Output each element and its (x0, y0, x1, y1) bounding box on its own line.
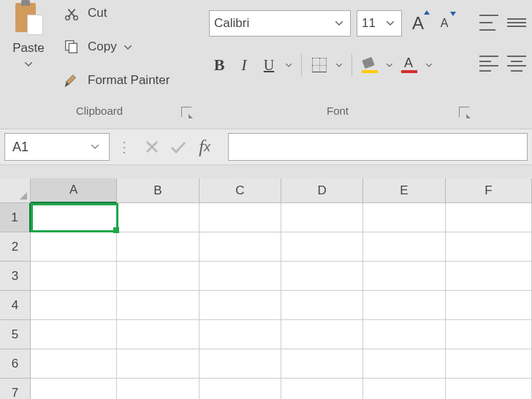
cell[interactable] (281, 379, 363, 399)
cell[interactable] (200, 379, 281, 399)
cell[interactable] (363, 379, 445, 399)
cell[interactable] (200, 203, 281, 232)
cell[interactable] (31, 232, 117, 262)
insert-function-button[interactable]: fx (191, 134, 218, 160)
row-header[interactable]: 3 (0, 262, 31, 291)
border-dropdown[interactable] (334, 54, 344, 76)
align-top-button[interactable] (479, 15, 498, 31)
cell[interactable] (200, 262, 281, 291)
column-header[interactable]: E (363, 178, 445, 203)
fill-color-button[interactable] (360, 54, 380, 76)
increase-font-size-button[interactable]: A (408, 13, 428, 34)
paste-button[interactable]: Paste (7, 0, 50, 99)
decrease-font-size-button[interactable]: A (434, 13, 455, 34)
font-size-select[interactable]: 11 (357, 10, 402, 37)
font-color-dropdown[interactable] (424, 54, 434, 76)
cell[interactable] (31, 262, 117, 291)
font-dialog-launcher[interactable] (459, 107, 469, 117)
font-name-value: Calibri (214, 16, 249, 31)
cell[interactable] (446, 262, 532, 291)
column-header[interactable]: B (117, 178, 199, 203)
font-name-select[interactable]: Calibri (209, 10, 351, 37)
cell[interactable] (363, 203, 445, 232)
font-color-button[interactable]: A (399, 54, 419, 76)
row-header[interactable]: 5 (0, 320, 31, 349)
cell[interactable] (281, 291, 363, 320)
column-header[interactable]: D (281, 178, 363, 203)
cell[interactable] (281, 349, 363, 379)
cell[interactable] (446, 291, 532, 320)
alignment-group (476, 0, 532, 123)
align-left-button[interactable] (479, 56, 498, 72)
cell[interactable] (117, 232, 199, 262)
enter-formula-button[interactable] (165, 134, 191, 160)
row-header[interactable]: 4 (0, 291, 31, 320)
row-header[interactable]: 7 (0, 379, 31, 399)
cell[interactable] (446, 379, 532, 399)
cell[interactable] (281, 320, 363, 349)
format-painter-button[interactable]: Format Painter (61, 70, 170, 91)
cell[interactable] (200, 320, 281, 349)
fill-color-dropdown[interactable] (384, 54, 395, 76)
format-painter-label: Format Painter (88, 73, 170, 88)
chevron-down-icon (384, 21, 397, 26)
column-header[interactable]: C (200, 178, 281, 203)
cell[interactable] (446, 349, 532, 379)
select-all-corner[interactable] (0, 178, 31, 203)
cell[interactable] (363, 349, 445, 379)
row-header[interactable]: 6 (0, 349, 31, 379)
cell[interactable] (281, 232, 363, 262)
copy-icon (61, 37, 82, 57)
cancel-formula-button[interactable] (139, 134, 165, 160)
cell[interactable] (200, 291, 281, 320)
cell[interactable] (446, 320, 532, 349)
formula-input[interactable] (228, 133, 528, 161)
italic-button[interactable]: I (234, 54, 254, 76)
formula-bar: A1 ⋮ fx (0, 129, 532, 165)
cell[interactable] (363, 320, 445, 349)
row-header[interactable]: 2 (0, 232, 31, 262)
underline-dropdown[interactable] (284, 54, 294, 76)
font-group-label: Font (199, 104, 476, 117)
clipboard-dialog-launcher[interactable] (181, 107, 191, 117)
column-header[interactable]: F (446, 178, 532, 203)
cell[interactable] (31, 320, 117, 349)
paste-dropdown[interactable] (7, 60, 50, 68)
column-header[interactable]: A (31, 178, 117, 203)
cell[interactable] (281, 203, 363, 232)
selected-cell[interactable] (31, 203, 118, 232)
cell[interactable] (200, 349, 281, 379)
copy-button[interactable]: Copy (61, 37, 132, 57)
cell[interactable] (363, 232, 445, 262)
cell[interactable] (200, 232, 281, 262)
cell[interactable] (117, 262, 199, 291)
font-size-value: 11 (362, 16, 376, 31)
cut-button[interactable]: Cut (61, 3, 107, 23)
cell[interactable] (363, 291, 445, 320)
underline-button[interactable]: U (259, 54, 279, 76)
cell[interactable] (31, 349, 117, 379)
paint-bucket-icon (362, 57, 378, 73)
cell[interactable] (281, 262, 363, 291)
cell[interactable] (31, 379, 117, 399)
bold-button[interactable]: B (209, 54, 229, 76)
cells-area[interactable] (31, 203, 532, 399)
cell[interactable] (446, 232, 532, 262)
clipboard-group: Paste Cut Copy Format Painter (0, 0, 199, 123)
align-middle-button[interactable] (507, 15, 526, 31)
cell[interactable] (117, 349, 199, 379)
align-center-button[interactable] (507, 56, 526, 72)
copy-dropdown[interactable] (124, 43, 132, 51)
cell[interactable] (117, 320, 199, 349)
cell[interactable] (363, 262, 445, 291)
cell[interactable] (117, 379, 199, 399)
cell[interactable] (117, 291, 199, 320)
row-header[interactable]: 1 (0, 203, 31, 232)
paintbrush-icon (61, 70, 82, 91)
cell[interactable] (446, 203, 532, 232)
cell[interactable] (117, 203, 199, 232)
cell[interactable] (31, 291, 117, 320)
name-box[interactable]: A1 (4, 133, 110, 161)
border-button[interactable] (309, 54, 330, 76)
scissors-icon (61, 3, 82, 23)
